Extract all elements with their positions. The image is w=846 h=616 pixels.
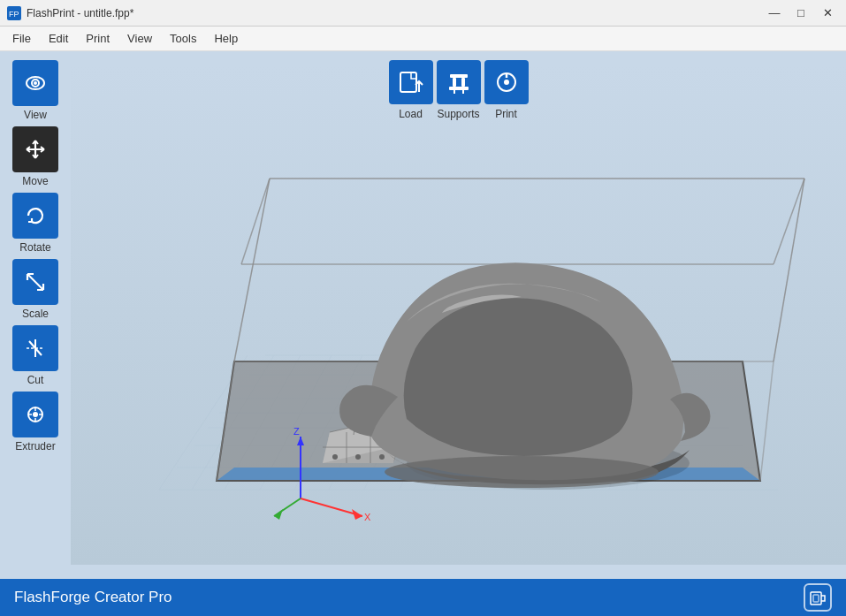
sidebar-item-view[interactable]: View [12, 60, 58, 121]
sidebar-item-scale[interactable]: Scale [12, 259, 58, 320]
menubar: File Edit Print View Tools Help [0, 27, 846, 51]
maximize-button[interactable]: □ [789, 4, 812, 22]
extruder-icon [12, 392, 58, 437]
menu-edit[interactable]: Edit [40, 28, 77, 49]
view-label: View [24, 109, 47, 121]
rotate-icon [12, 193, 58, 239]
toolbar: Load Supports [389, 51, 529, 120]
cut-icon [12, 325, 58, 371]
svg-point-66 [355, 454, 361, 460]
load-icon [389, 60, 433, 104]
menu-file[interactable]: File [4, 28, 40, 49]
sidebar-item-cut[interactable]: Cut [12, 325, 58, 386]
viewport[interactable]: Load Supports [71, 51, 846, 579]
toolbar-load[interactable]: Load [389, 60, 433, 120]
svg-point-4 [34, 81, 37, 85]
svg-text:Z: Z [293, 426, 300, 437]
sidebar: View Move Rotate [0, 51, 71, 579]
sidebar-item-move[interactable]: Move [12, 126, 58, 187]
move-label: Move [22, 175, 48, 187]
main-area: View Move Rotate [0, 51, 846, 579]
menu-tools[interactable]: Tools [161, 28, 205, 49]
svg-point-67 [379, 454, 385, 460]
menu-print[interactable]: Print [77, 28, 118, 49]
titlebar-left: FP FlashPrint - untitle.fpp* [7, 6, 133, 20]
svg-point-69 [385, 456, 659, 488]
sidebar-item-rotate[interactable]: Rotate [12, 193, 58, 254]
svg-rect-15 [450, 74, 468, 78]
menu-help[interactable]: Help [205, 28, 247, 49]
extruder-label: Extruder [15, 440, 55, 452]
print-label: Print [495, 108, 517, 120]
toolbar-supports[interactable]: Supports [437, 60, 481, 120]
svg-point-9 [33, 412, 38, 417]
print-icon [484, 60, 529, 104]
svg-rect-78 [811, 592, 821, 605]
titlebar-controls: — □ ✕ [763, 4, 839, 22]
view-icon [12, 60, 58, 106]
statusbar: FlashForge Creator Pro [0, 579, 846, 616]
statusbar-title: FlashForge Creator Pro [14, 589, 172, 606]
svg-text:FP: FP [9, 10, 19, 19]
svg-rect-10 [400, 72, 416, 92]
titlebar: FP FlashPrint - untitle.fpp* — □ ✕ [0, 0, 846, 27]
statusbar-device-icon[interactable] [804, 583, 832, 612]
titlebar-title: FlashPrint - untitle.fpp* [27, 7, 133, 19]
svg-text:X: X [364, 512, 371, 522]
cut-label: Cut [27, 374, 44, 386]
svg-point-65 [332, 454, 338, 460]
svg-rect-14 [461, 78, 465, 87]
scale-label: Scale [22, 308, 49, 320]
supports-label: Supports [437, 108, 479, 120]
svg-point-17 [504, 80, 509, 85]
3d-scene: Z X [71, 51, 846, 579]
minimize-button[interactable]: — [763, 4, 786, 22]
supports-icon [437, 60, 481, 104]
move-icon [12, 126, 58, 172]
svg-rect-12 [449, 87, 469, 90]
load-label: Load [399, 108, 423, 120]
close-button[interactable]: ✕ [816, 4, 839, 22]
svg-rect-13 [453, 78, 456, 87]
rotate-label: Rotate [19, 241, 50, 254]
svg-rect-79 [813, 595, 819, 602]
toolbar-print[interactable]: Print [484, 60, 529, 120]
menu-view[interactable]: View [118, 28, 161, 49]
app-icon: FP [7, 6, 21, 20]
sidebar-item-extruder[interactable]: Extruder [12, 392, 58, 452]
scale-icon [12, 259, 58, 305]
